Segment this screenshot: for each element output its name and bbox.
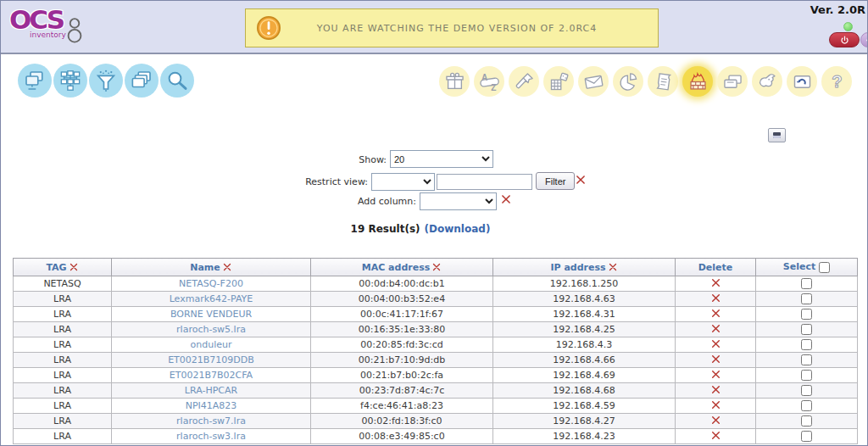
column-header-name[interactable]: Name [112, 259, 311, 276]
restrict-view-select[interactable] [371, 173, 435, 191]
cards-icon[interactable] [717, 66, 748, 97]
select-checkbox[interactable] [801, 324, 812, 335]
cell-select [756, 322, 858, 337]
download-link[interactable]: (Download) [425, 223, 491, 235]
column-header-select: Select [756, 259, 858, 276]
logo-eight-icon [64, 16, 86, 48]
network-icon[interactable] [53, 64, 87, 98]
computer-link[interactable]: NPI41A823 [186, 400, 237, 411]
show-label: Show: [302, 154, 387, 165]
console-icon[interactable] [787, 66, 817, 97]
delete-button[interactable] [710, 293, 721, 304]
select-checkbox[interactable] [801, 415, 812, 426]
computer-link[interactable]: BORNE VENDEUR [170, 309, 252, 320]
inventory-menu [18, 64, 194, 98]
column-header-mac[interactable]: MAC address [311, 259, 493, 276]
column-header-tag[interactable]: TAG [14, 259, 112, 276]
demo-banner: YOU ARE WATCHING THE DEMO VERSION OF 2.0… [245, 8, 659, 47]
agent-icon[interactable] [752, 66, 782, 97]
remove-restrict-button[interactable] [575, 174, 587, 186]
logout-power-button[interactable] [829, 32, 860, 47]
filter-button[interactable]: Filter [536, 172, 575, 190]
cell-delete [676, 292, 756, 307]
computer-link[interactable]: rlaroch-sw3.lra [176, 431, 246, 442]
remove-name-column-button[interactable] [222, 262, 232, 272]
wrench-icon[interactable] [509, 66, 539, 97]
select-checkbox[interactable] [801, 400, 812, 411]
column-header-ip[interactable]: IP address [493, 259, 676, 276]
delete-button[interactable] [710, 399, 721, 410]
document-icon[interactable] [648, 66, 678, 97]
table-row: LRArlaroch-sw5.lra00:16:35:1e:33:80192.1… [14, 322, 858, 337]
delete-button[interactable] [710, 308, 721, 319]
cell-select [756, 414, 858, 429]
restrict-view-label: Restrict view: [283, 176, 368, 187]
user-switch-button[interactable] [860, 32, 868, 47]
delete-button[interactable] [710, 430, 721, 441]
red-x-icon [710, 384, 721, 395]
remove-tag-column-button[interactable] [69, 262, 79, 272]
computer-link[interactable]: ET0021B7109DDB [168, 354, 254, 365]
computer-link[interactable]: LRA-HPCAR [185, 385, 237, 396]
cell-delete [676, 383, 756, 399]
cell-name: LRA-HPCAR [112, 383, 311, 399]
delete-button[interactable] [710, 323, 721, 334]
package-icon[interactable] [439, 66, 470, 97]
groups-icon[interactable] [125, 64, 159, 98]
table-row: LRAonduleur00:20:85:fd:3c:cd192.168.4.3 [14, 337, 858, 353]
select-checkbox[interactable] [801, 431, 812, 442]
computer-link[interactable]: ET0021B7B02CFA [170, 370, 253, 381]
select-checkbox[interactable] [801, 370, 812, 381]
computer-link[interactable]: rlaroch-sw5.lra [176, 324, 246, 335]
results-line: 19 Result(s)(Download) [1, 223, 840, 235]
cell-name: NPI41A823 [112, 399, 311, 414]
cell-select [756, 383, 858, 399]
delete-button[interactable] [710, 384, 721, 395]
computers-icon[interactable] [18, 64, 52, 98]
mail-icon[interactable] [578, 66, 609, 97]
filter-icon[interactable] [89, 64, 123, 98]
cell-delete [676, 307, 756, 322]
remove-mac-column-button[interactable] [431, 262, 442, 272]
select-checkbox[interactable] [801, 278, 812, 289]
computer-link[interactable]: rlaroch-sw7.lra [176, 415, 246, 426]
delete-button[interactable] [710, 369, 721, 380]
firewall-icon[interactable] [682, 66, 713, 97]
remove-ip-column-button[interactable] [608, 262, 618, 272]
select-all-checkbox[interactable] [819, 262, 830, 273]
red-x-icon [710, 415, 721, 426]
cell-mac: 00:21:b7:b0:2c:fa [311, 368, 493, 383]
search-icon[interactable] [160, 64, 194, 98]
cell-delete [676, 276, 756, 292]
power-icon [839, 35, 850, 46]
cell-select [756, 292, 858, 307]
select-checkbox[interactable] [801, 354, 812, 365]
delete-button[interactable] [710, 354, 721, 365]
delete-button[interactable] [710, 338, 721, 349]
select-checkbox[interactable] [801, 293, 812, 304]
registry-icon[interactable] [543, 66, 574, 97]
collapse-panel-button[interactable] [768, 128, 786, 142]
remove-column-button[interactable] [500, 193, 512, 205]
filter-input[interactable] [437, 174, 532, 190]
select-checkbox[interactable] [801, 309, 812, 320]
cell-mac: 00:0d:b4:00:dc:b1 [311, 276, 493, 292]
computer-link[interactable]: Lexmark642-PAYE [170, 293, 253, 304]
show-select[interactable]: 20 [390, 150, 493, 168]
cell-delete [676, 414, 756, 429]
ocs-logo[interactable]: OCS inventory [9, 4, 111, 52]
cell-mac: 00:23:7d:87:4c:7c [311, 383, 493, 399]
dictionary-icon[interactable] [474, 66, 504, 97]
cell-name: NETASQ-F200 [112, 276, 311, 292]
select-checkbox[interactable] [801, 339, 812, 350]
piechart-icon[interactable] [613, 66, 643, 97]
select-checkbox[interactable] [801, 385, 812, 396]
computer-link[interactable]: onduleur [191, 339, 232, 350]
help-icon[interactable] [821, 66, 852, 97]
cell-mac: 00:08:e3:49:85:c0 [311, 429, 493, 444]
cell-mac: 00:21:b7:10:9d:db [311, 353, 493, 368]
computer-link[interactable]: NETASQ-F200 [179, 278, 243, 289]
delete-button[interactable] [710, 415, 721, 426]
delete-button[interactable] [710, 277, 721, 288]
add-column-select[interactable] [420, 192, 497, 210]
